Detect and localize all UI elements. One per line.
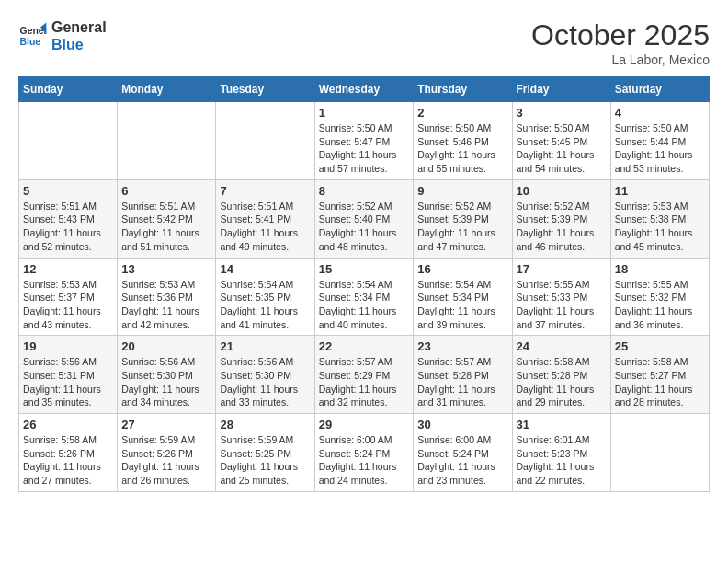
calendar-cell: 22Sunrise: 5:57 AM Sunset: 5:29 PM Dayli… bbox=[314, 336, 414, 414]
day-number: 18 bbox=[615, 262, 705, 276]
day-number: 15 bbox=[319, 262, 410, 276]
day-info: Sunrise: 5:50 AM Sunset: 5:46 PM Dayligh… bbox=[417, 121, 507, 176]
calendar-cell: 31Sunrise: 6:01 AM Sunset: 5:23 PM Dayli… bbox=[512, 414, 610, 492]
day-info: Sunrise: 5:58 AM Sunset: 5:28 PM Dayligh… bbox=[517, 355, 607, 409]
calendar-cell: 9Sunrise: 5:52 AM Sunset: 5:39 PM Daylig… bbox=[414, 179, 512, 258]
calendar-cell: 24Sunrise: 5:58 AM Sunset: 5:28 PM Dayli… bbox=[512, 336, 610, 414]
day-info: Sunrise: 5:59 AM Sunset: 5:26 PM Dayligh… bbox=[121, 433, 211, 488]
day-info: Sunrise: 5:54 AM Sunset: 5:34 PM Dayligh… bbox=[319, 278, 410, 332]
day-number: 20 bbox=[121, 339, 211, 353]
day-number: 3 bbox=[517, 106, 607, 120]
calendar-cell: 14Sunrise: 5:54 AM Sunset: 5:35 PM Dayli… bbox=[216, 258, 314, 336]
col-header-monday: Monday bbox=[118, 77, 216, 102]
day-number: 27 bbox=[121, 418, 211, 431]
day-info: Sunrise: 5:52 AM Sunset: 5:39 PM Dayligh… bbox=[417, 200, 507, 254]
day-info: Sunrise: 5:56 AM Sunset: 5:30 PM Dayligh… bbox=[121, 355, 211, 409]
day-number: 14 bbox=[220, 262, 310, 276]
day-info: Sunrise: 5:50 AM Sunset: 5:44 PM Dayligh… bbox=[615, 121, 705, 176]
calendar-cell: 19Sunrise: 5:56 AM Sunset: 5:31 PM Dayli… bbox=[19, 336, 118, 414]
day-info: Sunrise: 5:50 AM Sunset: 5:45 PM Dayligh… bbox=[517, 121, 607, 176]
logo-line2: Blue bbox=[51, 36, 107, 53]
day-info: Sunrise: 5:51 AM Sunset: 5:41 PM Dayligh… bbox=[220, 200, 310, 254]
day-info: Sunrise: 5:59 AM Sunset: 5:25 PM Dayligh… bbox=[220, 433, 310, 488]
calendar-cell: 8Sunrise: 5:52 AM Sunset: 5:40 PM Daylig… bbox=[314, 179, 414, 258]
day-number: 29 bbox=[319, 418, 410, 431]
day-number: 4 bbox=[615, 106, 705, 120]
day-number: 1 bbox=[319, 106, 410, 120]
calendar-cell: 18Sunrise: 5:55 AM Sunset: 5:32 PM Dayli… bbox=[610, 258, 709, 336]
day-info: Sunrise: 6:01 AM Sunset: 5:23 PM Dayligh… bbox=[517, 433, 607, 488]
day-number: 9 bbox=[417, 184, 507, 198]
day-info: Sunrise: 5:54 AM Sunset: 5:35 PM Dayligh… bbox=[220, 278, 310, 332]
col-header-thursday: Thursday bbox=[414, 77, 512, 102]
day-number: 13 bbox=[121, 262, 211, 276]
day-info: Sunrise: 5:51 AM Sunset: 5:42 PM Dayligh… bbox=[121, 200, 211, 254]
day-number: 31 bbox=[517, 418, 607, 431]
calendar-cell: 10Sunrise: 5:52 AM Sunset: 5:39 PM Dayli… bbox=[512, 179, 610, 258]
calendar-cell: 29Sunrise: 6:00 AM Sunset: 5:24 PM Dayli… bbox=[314, 414, 414, 492]
title-block: October 2025 La Labor, Mexico bbox=[531, 18, 710, 67]
location: La Labor, Mexico bbox=[531, 52, 710, 67]
day-number: 19 bbox=[23, 339, 113, 353]
day-number: 6 bbox=[121, 184, 211, 198]
calendar-cell bbox=[118, 102, 216, 180]
day-info: Sunrise: 5:57 AM Sunset: 5:29 PM Dayligh… bbox=[319, 355, 410, 409]
logo-line1: General bbox=[51, 18, 107, 36]
day-number: 16 bbox=[417, 262, 507, 276]
page-header: General Blue General Blue October 2025 L… bbox=[18, 18, 710, 67]
day-info: Sunrise: 5:55 AM Sunset: 5:33 PM Dayligh… bbox=[517, 278, 607, 332]
calendar-cell bbox=[216, 102, 314, 180]
calendar-table: SundayMondayTuesdayWednesdayThursdayFrid… bbox=[18, 76, 710, 492]
calendar-cell: 21Sunrise: 5:56 AM Sunset: 5:30 PM Dayli… bbox=[216, 336, 314, 414]
day-info: Sunrise: 6:00 AM Sunset: 5:24 PM Dayligh… bbox=[417, 433, 507, 488]
day-info: Sunrise: 5:53 AM Sunset: 5:38 PM Dayligh… bbox=[615, 200, 705, 254]
calendar-cell: 4Sunrise: 5:50 AM Sunset: 5:44 PM Daylig… bbox=[610, 102, 709, 180]
day-number: 12 bbox=[23, 262, 113, 276]
col-header-sunday: Sunday bbox=[19, 77, 118, 102]
calendar-cell: 27Sunrise: 5:59 AM Sunset: 5:26 PM Dayli… bbox=[118, 414, 216, 492]
day-number: 22 bbox=[319, 339, 410, 353]
col-header-wednesday: Wednesday bbox=[314, 77, 414, 102]
calendar-cell: 20Sunrise: 5:56 AM Sunset: 5:30 PM Dayli… bbox=[118, 336, 216, 414]
day-info: Sunrise: 5:52 AM Sunset: 5:40 PM Dayligh… bbox=[319, 200, 410, 254]
day-number: 10 bbox=[517, 184, 607, 198]
day-number: 25 bbox=[615, 339, 705, 353]
day-number: 24 bbox=[517, 339, 607, 353]
day-number: 8 bbox=[319, 184, 410, 198]
month-title: October 2025 bbox=[531, 18, 710, 52]
logo-icon: General Blue bbox=[18, 21, 48, 51]
day-number: 28 bbox=[220, 418, 310, 431]
day-info: Sunrise: 5:51 AM Sunset: 5:43 PM Dayligh… bbox=[23, 200, 113, 254]
day-info: Sunrise: 5:56 AM Sunset: 5:30 PM Dayligh… bbox=[220, 355, 310, 409]
calendar-cell bbox=[19, 102, 118, 180]
calendar-cell: 25Sunrise: 5:58 AM Sunset: 5:27 PM Dayli… bbox=[610, 336, 709, 414]
svg-text:Blue: Blue bbox=[20, 37, 41, 47]
day-number: 21 bbox=[220, 339, 310, 353]
calendar-cell bbox=[610, 414, 709, 492]
day-number: 17 bbox=[517, 262, 607, 276]
day-number: 30 bbox=[417, 418, 507, 431]
day-info: Sunrise: 5:57 AM Sunset: 5:28 PM Dayligh… bbox=[417, 355, 507, 409]
calendar-cell: 3Sunrise: 5:50 AM Sunset: 5:45 PM Daylig… bbox=[512, 102, 610, 180]
calendar-cell: 13Sunrise: 5:53 AM Sunset: 5:36 PM Dayli… bbox=[118, 258, 216, 336]
day-number: 23 bbox=[417, 339, 507, 353]
day-number: 26 bbox=[23, 418, 113, 431]
col-header-tuesday: Tuesday bbox=[216, 77, 314, 102]
day-info: Sunrise: 5:54 AM Sunset: 5:34 PM Dayligh… bbox=[417, 278, 507, 332]
day-number: 5 bbox=[23, 184, 113, 198]
calendar-cell: 6Sunrise: 5:51 AM Sunset: 5:42 PM Daylig… bbox=[118, 179, 216, 258]
day-info: Sunrise: 5:56 AM Sunset: 5:31 PM Dayligh… bbox=[23, 355, 113, 409]
day-info: Sunrise: 5:50 AM Sunset: 5:47 PM Dayligh… bbox=[319, 121, 410, 176]
day-info: Sunrise: 5:58 AM Sunset: 5:26 PM Dayligh… bbox=[23, 433, 113, 488]
calendar-cell: 11Sunrise: 5:53 AM Sunset: 5:38 PM Dayli… bbox=[610, 179, 709, 258]
calendar-cell: 2Sunrise: 5:50 AM Sunset: 5:46 PM Daylig… bbox=[414, 102, 512, 180]
day-number: 11 bbox=[615, 184, 705, 198]
day-info: Sunrise: 5:53 AM Sunset: 5:36 PM Dayligh… bbox=[121, 278, 211, 332]
day-info: Sunrise: 5:52 AM Sunset: 5:39 PM Dayligh… bbox=[517, 200, 607, 254]
day-info: Sunrise: 6:00 AM Sunset: 5:24 PM Dayligh… bbox=[319, 433, 410, 488]
calendar-cell: 15Sunrise: 5:54 AM Sunset: 5:34 PM Dayli… bbox=[314, 258, 414, 336]
calendar-cell: 12Sunrise: 5:53 AM Sunset: 5:37 PM Dayli… bbox=[19, 258, 118, 336]
calendar-cell: 23Sunrise: 5:57 AM Sunset: 5:28 PM Dayli… bbox=[414, 336, 512, 414]
calendar-cell: 30Sunrise: 6:00 AM Sunset: 5:24 PM Dayli… bbox=[414, 414, 512, 492]
calendar-cell: 28Sunrise: 5:59 AM Sunset: 5:25 PM Dayli… bbox=[216, 414, 314, 492]
